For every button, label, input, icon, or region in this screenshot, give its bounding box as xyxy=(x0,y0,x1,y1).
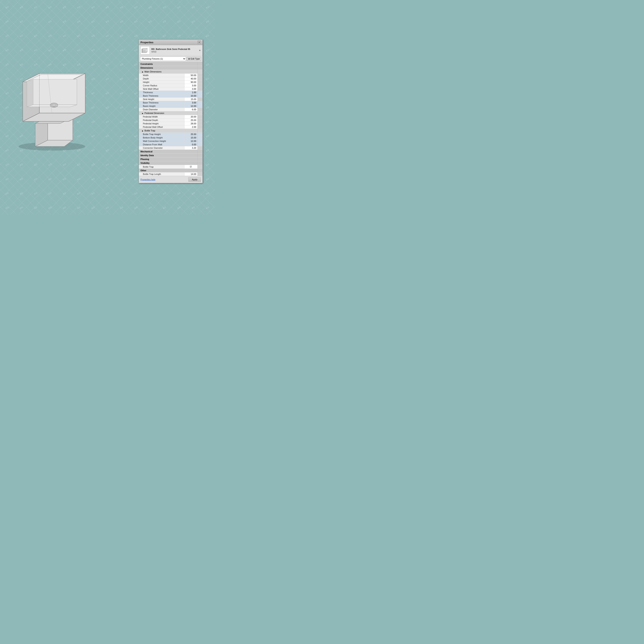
prop-row-pedestal-depth: Pedestal Depth 25.00 xyxy=(139,119,202,122)
prop-value-pedestal-width: 20.00 xyxy=(185,115,198,119)
prop-label-sink-wall-offset: Sink Wall Offset xyxy=(139,87,185,91)
prop-label-distance-from-wall: Distance From Wall xyxy=(139,143,185,146)
type-row: Plumbing Fixtures (1) ⊞ Edit Type xyxy=(139,56,202,62)
watermark-text: RD xyxy=(112,198,131,215)
section-constraints-label: Constraints xyxy=(139,62,198,66)
watermark-text: RD xyxy=(198,198,215,215)
watermark-text: RD xyxy=(0,169,17,189)
watermark-text: RD xyxy=(69,198,89,215)
prop-row-back-thickness: Back Thickness 10.00 xyxy=(139,94,202,98)
watermark-text: RD xyxy=(198,184,215,203)
subsection-bottle-trap[interactable]: Bottle Trap xyxy=(139,129,202,133)
prop-value-height: 90.00 xyxy=(185,81,198,84)
watermark-text: RD xyxy=(140,12,160,31)
prop-value-width: 50.00 xyxy=(185,74,198,77)
panel-header: RD_Bathroom Sink Semi Pedestal 05 White … xyxy=(139,45,202,56)
prop-label-sink-height: Sink Height xyxy=(139,98,185,101)
watermark-text: RD xyxy=(184,184,203,203)
section-identity-data: Identity Data xyxy=(139,154,202,157)
prop-label-depth: Depth xyxy=(139,77,185,81)
properties-scroll-area[interactable]: Constraints Dimensions Main Dimensions xyxy=(139,62,202,176)
watermark-text: RD xyxy=(83,184,103,203)
watermark-text: RD xyxy=(112,12,131,31)
watermark-text: RD xyxy=(55,0,74,17)
prop-row-distance-from-wall: Distance From Wall 0.00 xyxy=(139,143,202,146)
item-name: RD_Bathroom Sink Semi Pedestal 05 xyxy=(151,48,190,51)
header-dropdown-arrow[interactable]: ▼ xyxy=(199,49,201,52)
item-info: RD_Bathroom Sink Semi Pedestal 05 White xyxy=(151,48,190,53)
watermark-text: RD xyxy=(184,0,203,17)
subsection-pedestal-dim-label: Pedestal Dimension xyxy=(139,111,198,115)
subsection-pedestal-dimensions[interactable]: Pedestal Dimension xyxy=(139,111,202,115)
prop-row-pedestal-height: Pedestal Height 28.00 xyxy=(139,122,202,125)
subsection-main-dimensions[interactable]: Main Dimensions xyxy=(139,70,202,74)
prop-label-bottom-body-height: Bottom Body Height xyxy=(139,136,185,139)
watermark-text: RD xyxy=(169,198,189,215)
prop-label-pedestal-depth: Pedestal Depth xyxy=(139,119,185,122)
prop-label-pedestal-height: Pedestal Height xyxy=(139,122,185,125)
watermark-text: RD xyxy=(98,169,117,189)
section-mechanical-label: Mechanical xyxy=(139,150,198,154)
watermark-text: RD xyxy=(126,0,146,17)
watermark-text: RD xyxy=(26,198,45,215)
prop-row-basin-height: Basin Height 12.00 xyxy=(139,104,202,108)
prop-value-connector-diameter: 3.20 xyxy=(185,146,198,150)
prop-row-wall-connection-height: Wall Connection Height 12.00 xyxy=(139,139,202,143)
prop-value-sink-height: 15.00 xyxy=(185,98,198,101)
watermark-text: RD xyxy=(69,169,89,189)
prop-label-height: Height xyxy=(139,81,185,84)
watermark-text: RD xyxy=(55,26,74,45)
section-dimensions: Dimensions xyxy=(139,66,202,70)
prop-row-width: Width 50.00 xyxy=(139,74,202,77)
edit-type-button[interactable]: ⊞ Edit Type xyxy=(187,57,201,61)
prop-row-depth: Depth 40.00 xyxy=(139,77,202,81)
watermark-text: RD xyxy=(69,12,89,31)
watermark-text: RD xyxy=(40,169,60,189)
close-button[interactable]: × xyxy=(198,41,201,44)
prop-row-bottom-body-height: Bottom Body Height 15.00 xyxy=(139,136,202,139)
prop-value-sink-wall-offset: 3.00 xyxy=(185,87,198,91)
prop-value-pedestal-wall-offset: 2.00 xyxy=(185,125,198,129)
prop-value-depth: 40.00 xyxy=(185,77,198,81)
properties-help-link[interactable]: Properties help xyxy=(140,178,155,181)
watermark-text: RD xyxy=(0,12,17,31)
prop-label-pedestal-wall-offset: Pedestal Wall Offset xyxy=(139,125,185,129)
prop-row-pedestal-wall-offset: Pedestal Wall Offset 2.00 xyxy=(139,125,202,129)
prop-label-connector-diameter: Connector Diameter xyxy=(139,146,185,150)
watermark-text: RD xyxy=(26,12,45,31)
watermark-text: RD xyxy=(12,184,31,203)
prop-value-distance-from-wall: 0.00 xyxy=(185,143,198,146)
prop-value-back-thickness: 10.00 xyxy=(185,94,198,98)
prop-row-sink-height: Sink Height 15.00 xyxy=(139,98,202,101)
section-phasing-label: Phasing xyxy=(139,157,198,161)
watermark-text: RD xyxy=(40,184,60,203)
vis-checkbox-bottle-trap[interactable]: ☑ xyxy=(185,165,198,169)
watermark-text: RD xyxy=(40,0,60,17)
watermark-text: RD xyxy=(83,198,103,215)
prop-row-connector-diameter: Connector Diameter 3.20 xyxy=(139,146,202,150)
watermark-text: RD xyxy=(198,0,215,17)
watermark-text: RD xyxy=(169,184,189,203)
prop-row-bottle-trap-height: Bottle Trap Height 25.50 xyxy=(139,133,202,136)
watermark-text: RD xyxy=(0,0,17,17)
watermark-text: RD xyxy=(83,169,103,189)
watermark-text: RD xyxy=(112,169,131,189)
watermark-text: RD xyxy=(98,184,117,203)
svg-marker-12 xyxy=(33,79,77,105)
type-dropdown[interactable]: Plumbing Fixtures (1) xyxy=(140,57,186,61)
prop-value-corner-radius: 3.00 xyxy=(185,84,198,87)
prop-row-pedestal-width: Pedestal Width 20.00 xyxy=(139,115,202,119)
prop-value-base-thickness: 3.00 xyxy=(185,101,198,104)
prop-value-basin-height: 12.00 xyxy=(185,104,198,108)
watermark-text: RD xyxy=(83,0,103,17)
watermark-text: RD xyxy=(140,198,160,215)
section-dimensions-label: Dimensions xyxy=(139,66,198,70)
apply-button[interactable]: Apply xyxy=(188,177,201,182)
prop-label-basin-height: Basin Height xyxy=(139,104,185,108)
watermark-text: RD xyxy=(40,26,60,45)
watermark-text: RD xyxy=(69,0,89,17)
watermark-text: RD xyxy=(83,12,103,31)
prop-label-bottle-trap-length: Bottle Trap Length xyxy=(139,172,185,176)
watermark-text: RD xyxy=(40,12,60,31)
item-thumbnail xyxy=(140,46,150,54)
